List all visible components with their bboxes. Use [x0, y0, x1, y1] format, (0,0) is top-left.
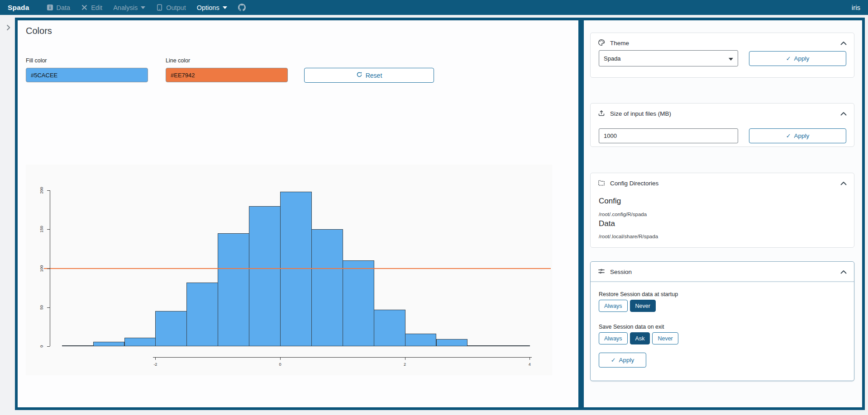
histogram-bar — [311, 229, 343, 346]
histogram-bar — [62, 345, 94, 346]
check-icon: ✓ — [786, 133, 791, 139]
reference-line — [44, 268, 551, 269]
config-dirs-card-title: Config Directories — [610, 180, 658, 187]
input-size-apply-button[interactable]: ✓ Apply — [749, 128, 846, 143]
check-icon: ✓ — [786, 56, 791, 61]
y-axis-tick-label: 50 — [39, 302, 45, 313]
histogram-bar — [280, 192, 312, 346]
data-dir-heading: Data — [599, 219, 615, 228]
nav-item-output[interactable]: Output — [156, 4, 186, 11]
nav-item-analysis[interactable]: Analysis — [113, 4, 145, 11]
info-square-icon — [47, 4, 53, 11]
save-session-label: Save Session data on exit — [599, 324, 664, 330]
github-icon — [238, 4, 246, 11]
histogram-bar — [93, 342, 125, 346]
y-axis-tick-label: 100 — [39, 263, 45, 274]
input-size-card-title: Size of input files (MB) — [610, 110, 671, 117]
nav-item-options[interactable]: Options — [197, 4, 227, 11]
session-card-header[interactable]: Session — [591, 262, 854, 282]
nav-item-label: Output — [166, 4, 186, 11]
histogram-bar — [218, 233, 249, 346]
check-icon: ✓ — [611, 357, 616, 363]
chevron-up-icon[interactable] — [840, 180, 847, 187]
theme-card-title: Theme — [610, 40, 629, 47]
chevron-up-icon[interactable] — [840, 110, 847, 117]
chevron-up-icon[interactable] — [840, 40, 847, 47]
app-brand: Spada — [8, 4, 29, 12]
histogram-bar — [405, 334, 437, 346]
histogram-bar — [249, 206, 281, 347]
tablet-icon — [156, 4, 163, 11]
config-dirs-card: Config Directories Config /root/.config/… — [590, 173, 854, 248]
histogram-bar — [155, 311, 187, 346]
histogram-bar — [436, 339, 468, 346]
save-ask-button[interactable]: Ask — [630, 332, 650, 344]
data-dir-path: /root/.local/share/R/spada — [599, 234, 658, 239]
upload-icon — [598, 109, 605, 118]
nav-item-data[interactable]: Data — [47, 4, 71, 11]
palette-icon — [598, 39, 605, 47]
theme-select-value: Spada — [604, 55, 621, 62]
input-size-apply-label: Apply — [794, 132, 810, 139]
active-dataset-label: iris — [852, 4, 860, 11]
x-axis-tick-label: 4 — [523, 362, 536, 367]
chevron-up-icon[interactable] — [840, 269, 847, 275]
session-card: Session Restore Session data at startup … — [590, 261, 854, 381]
histogram-bar — [467, 345, 499, 346]
page-title: Colors — [26, 26, 52, 36]
session-apply-label: Apply — [619, 357, 634, 363]
input-size-card-header[interactable]: Size of input files (MB) — [591, 104, 854, 124]
tools-icon — [81, 4, 88, 11]
reset-button[interactable]: Reset — [304, 68, 434, 83]
save-session-toggle-group: Always Ask Never — [599, 332, 678, 344]
refresh-icon — [356, 71, 362, 79]
config-dir-path: /root/.config/R/spada — [599, 212, 647, 217]
x-axis-tick-label: -2 — [148, 362, 162, 367]
nav-item-edit[interactable]: Edit — [81, 4, 102, 11]
restore-session-toggle-group: Always Never — [599, 300, 656, 312]
sidebar-expand-icon[interactable] — [5, 24, 14, 33]
input-size-card: Size of input files (MB) ✓ Apply — [590, 103, 854, 147]
fill-color-label: Fill color — [26, 57, 47, 64]
folder-icon — [598, 179, 605, 188]
save-always-button[interactable]: Always — [599, 332, 628, 344]
input-size-field[interactable] — [599, 128, 738, 143]
session-apply-button[interactable]: ✓ Apply — [599, 353, 646, 368]
config-dirs-card-header[interactable]: Config Directories — [591, 173, 854, 193]
y-axis-tick-label: 200 — [39, 185, 45, 196]
line-color-input[interactable] — [166, 68, 288, 82]
histogram-bar — [498, 345, 530, 346]
github-link[interactable] — [238, 4, 246, 11]
nav-item-label: Analysis — [113, 4, 138, 11]
histogram-bar — [374, 310, 405, 346]
session-card-title: Session — [610, 269, 632, 275]
theme-select[interactable]: Spada — [599, 50, 738, 66]
navbar: Spada Data Edit Analysis Output Options — [0, 0, 868, 15]
caret-down-icon — [141, 6, 145, 9]
sliders-icon — [598, 268, 605, 276]
x-axis-tick-label: 0 — [273, 362, 287, 367]
histogram-bar — [186, 283, 218, 346]
theme-apply-button[interactable]: ✓ Apply — [749, 51, 846, 66]
caret-down-icon — [729, 55, 733, 62]
x-axis-tick-label: 2 — [398, 362, 412, 367]
restore-session-label: Restore Session data at startup — [599, 291, 678, 297]
histogram-bar — [124, 338, 156, 346]
caret-down-icon — [223, 6, 227, 9]
line-color-label: Line color — [166, 57, 190, 64]
reset-button-label: Reset — [366, 72, 382, 79]
nav-item-label: Edit — [91, 4, 102, 11]
theme-apply-label: Apply — [794, 55, 810, 62]
restore-always-button[interactable]: Always — [599, 300, 628, 312]
save-never-button[interactable]: Never — [652, 332, 678, 344]
config-dir-heading: Config — [599, 197, 621, 206]
y-axis-tick-label: 150 — [39, 224, 45, 235]
fill-color-input[interactable] — [26, 68, 148, 82]
restore-never-button[interactable]: Never — [630, 300, 656, 312]
y-axis-tick-label: 0 — [39, 341, 45, 352]
theme-card: Theme Spada ✓ Apply — [590, 33, 854, 78]
panel-divider — [578, 18, 584, 410]
nav-item-label: Data — [57, 4, 71, 11]
nav-item-label: Options — [197, 4, 219, 11]
histogram-plot: 050100150200-2024 — [26, 165, 552, 375]
